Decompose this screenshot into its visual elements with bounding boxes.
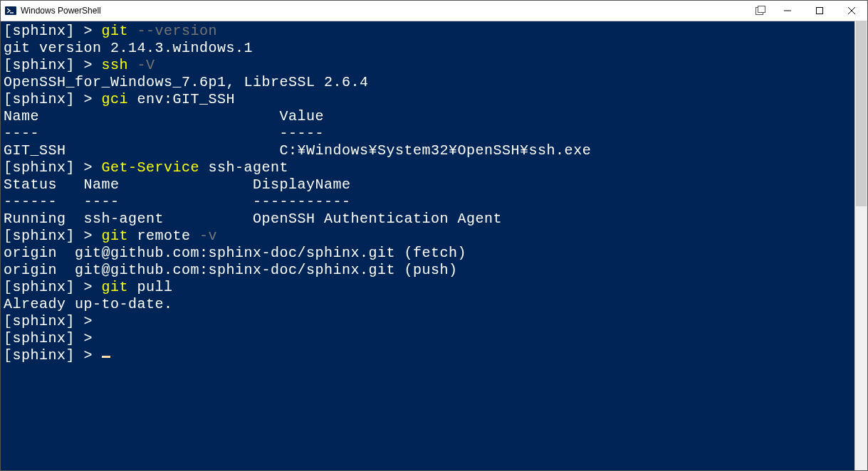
terminal-line: [sphinx] > [4,347,854,364]
terminal-line: [sphinx] > gci env:GIT_SSH [4,91,854,108]
terminal-text: Already up-to-date. [4,296,173,312]
terminal-text: ssh-agent [209,159,289,176]
terminal-text: [sphinx] > [4,91,102,107]
maximize-button[interactable] [803,1,835,21]
terminal-line: origin git@github.com:sphinx-doc/sphinx.… [4,262,854,279]
window-title: Windows PowerShell [21,6,101,16]
terminal-text: Running ssh-agent OpenSSH Authentication… [4,211,502,227]
terminal-text: pull [137,279,173,295]
scrollbar-thumb[interactable] [856,21,867,206]
terminal-text: -v [199,228,217,244]
terminal-text: ------ ---- ----------- [4,194,351,210]
powershell-icon [5,5,16,16]
minimize-button[interactable] [771,1,803,21]
terminal-text: ---- ----- [4,125,324,142]
terminal-text: [sphinx] > [4,23,102,39]
terminal-text: origin git@github.com:sphinx-doc/sphinx.… [4,245,466,261]
close-button[interactable] [835,1,867,21]
terminal-output[interactable]: [sphinx] > git --versiongit version 2.14… [1,21,854,470]
terminal-line: ------ ---- ----------- [4,194,854,211]
tabs-icon[interactable] [750,1,771,21]
terminal-line: [sphinx] > git remote -v [4,228,854,245]
terminal-text: gci [102,91,137,107]
terminal-line: [sphinx] > ssh -V [4,57,854,74]
terminal-text: origin git@github.com:sphinx-doc/sphinx.… [4,262,458,278]
cursor [102,356,110,358]
svg-rect-3 [816,8,822,14]
terminal-line: Name Value [4,108,854,125]
terminal-line: [sphinx] > [4,313,854,330]
terminal-line: git version 2.14.3.windows.1 [4,40,854,57]
terminal-text: [sphinx] > [4,57,102,73]
terminal-text: Status Name DisplayName [4,176,351,193]
terminal-line: Status Name DisplayName [4,176,854,194]
terminal-text: Get-Service [102,159,209,176]
terminal-text: remote [137,228,200,244]
terminal-line: Already up-to-date. [4,296,854,313]
terminal-text: git [102,279,137,295]
terminal-text: -V [137,57,155,73]
terminal-line: OpenSSH_for_Windows_7.6p1, LibreSSL 2.6.… [4,74,854,91]
powershell-window: Windows PowerShell [sphinx] > git --vers… [0,0,868,471]
terminal-text: --version [137,23,218,39]
terminal-text: [sphinx] > [4,330,93,346]
terminal-line: GIT_SSH C:¥Windows¥System32¥OpenSSH¥ssh.… [4,142,854,159]
terminal-text: [sphinx] > [4,347,102,364]
terminal-line: [sphinx] > git pull [4,279,854,296]
terminal-text: ssh [102,57,137,73]
terminal-text: [sphinx] > [4,159,102,176]
window-body: [sphinx] > git --versiongit version 2.14… [1,21,867,470]
terminal-line: [sphinx] > git --version [4,23,854,40]
terminal-text: Name Value [4,108,324,125]
terminal-text: [sphinx] > [4,228,102,244]
terminal-text: [sphinx] > [4,313,93,329]
terminal-text: env:GIT_SSH [137,91,236,107]
terminal-text: [sphinx] > [4,279,102,295]
terminal-text: OpenSSH_for_Windows_7.6p1, LibreSSL 2.6.… [4,74,369,90]
terminal-text: git [102,23,137,39]
terminal-line: origin git@github.com:sphinx-doc/sphinx.… [4,245,854,262]
titlebar[interactable]: Windows PowerShell [1,1,867,21]
terminal-text: git version 2.14.3.windows.1 [4,40,253,56]
svg-rect-2 [758,6,765,13]
terminal-line: ---- ----- [4,125,854,142]
terminal-text: git [102,228,137,244]
terminal-line: [sphinx] > [4,330,854,347]
terminal-line: [sphinx] > Get-Service ssh-agent [4,159,854,176]
scrollbar[interactable] [854,21,867,470]
terminal-text: GIT_SSH C:¥Windows¥System32¥OpenSSH¥ssh.… [4,142,591,159]
terminal-line: Running ssh-agent OpenSSH Authentication… [4,211,854,228]
